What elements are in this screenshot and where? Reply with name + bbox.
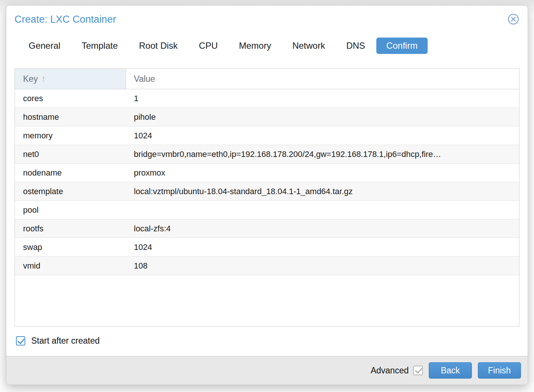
start-after-created-label: Start after created <box>31 336 100 346</box>
column-header-value-label: Value <box>134 74 155 84</box>
key-cell: cores <box>15 89 126 107</box>
finish-button[interactable]: Finish <box>478 362 521 379</box>
value-cell: bridge=vmbr0,name=eth0,ip=192.168.178.20… <box>126 145 519 163</box>
key-cell: ostemplate <box>15 182 126 200</box>
start-after-created-option: Start after created <box>16 335 519 346</box>
tab-network[interactable]: Network <box>292 41 325 51</box>
column-header-key-label: Key <box>23 74 38 84</box>
dialog-header: Create: LXC Container <box>6 6 528 25</box>
tab-template[interactable]: Template <box>81 41 118 51</box>
key-cell: vmid <box>15 257 126 275</box>
tab-cpu[interactable]: CPU <box>199 41 218 51</box>
tab-confirm[interactable]: Confirm <box>376 38 428 54</box>
dialog-footer: Advanced Back Finish <box>6 356 528 385</box>
key-cell: pool <box>15 201 126 219</box>
key-cell: swap <box>15 238 126 256</box>
table-row[interactable]: cores1 <box>15 89 519 108</box>
key-cell: memory <box>15 126 126 145</box>
table-row[interactable]: swap1024 <box>15 238 519 257</box>
value-cell: pihole <box>126 108 519 126</box>
table-row[interactable]: vmid108 <box>15 257 519 275</box>
tab-memory[interactable]: Memory <box>239 41 271 51</box>
value-cell: 1024 <box>126 238 519 256</box>
table-row[interactable]: rootfslocal-zfs:4 <box>15 219 519 238</box>
value-cell: 1 <box>126 89 519 107</box>
close-button[interactable] <box>507 13 519 25</box>
value-cell: 1024 <box>126 126 519 145</box>
table-row[interactable]: memory1024 <box>15 126 519 145</box>
key-cell: hostname <box>15 108 126 126</box>
tab-general[interactable]: General <box>29 41 60 51</box>
advanced-option: Advanced <box>371 366 423 376</box>
confirm-settings-table: Key ↑ Value cores1hostnamepiholememory10… <box>15 68 519 327</box>
table-row[interactable]: net0bridge=vmbr0,name=eth0,ip=192.168.17… <box>15 145 519 164</box>
value-cell: proxmox <box>126 164 519 182</box>
start-after-created-checkbox[interactable] <box>16 336 25 346</box>
create-lxc-container-dialog: Create: LXC Container GeneralTemplateRoo… <box>6 5 528 385</box>
dialog-title: Create: LXC Container <box>15 14 116 25</box>
advanced-checkbox[interactable] <box>413 366 423 375</box>
table-row[interactable]: hostnamepihole <box>15 108 519 126</box>
table-row[interactable]: ostemplatelocal:vztmpl/ubuntu-18.04-stan… <box>15 182 519 201</box>
table-row[interactable]: nodenameproxmox <box>15 164 519 182</box>
table-header-row: Key ↑ Value <box>15 69 519 89</box>
value-cell <box>126 201 519 219</box>
value-cell: local:vztmpl/ubuntu-18.04-standard_18.04… <box>126 182 519 200</box>
tab-root-disk[interactable]: Root Disk <box>139 41 178 51</box>
value-cell: 108 <box>126 257 519 275</box>
tab-bar: GeneralTemplateRoot DiskCPUMemoryNetwork… <box>6 38 528 54</box>
key-cell: nodename <box>15 164 126 182</box>
sort-ascending-icon: ↑ <box>41 73 46 84</box>
close-icon <box>507 20 519 26</box>
column-header-key[interactable]: Key ↑ <box>15 69 126 89</box>
key-cell: net0 <box>15 145 126 163</box>
value-cell: local-zfs:4 <box>126 219 519 238</box>
advanced-label: Advanced <box>371 366 409 376</box>
column-header-value[interactable]: Value <box>126 69 519 89</box>
back-button[interactable]: Back <box>429 362 472 379</box>
tab-dns[interactable]: DNS <box>346 41 365 51</box>
table-body: cores1hostnamepiholememory1024net0bridge… <box>15 89 519 326</box>
key-cell: rootfs <box>15 219 126 238</box>
table-row[interactable]: pool <box>15 201 519 219</box>
